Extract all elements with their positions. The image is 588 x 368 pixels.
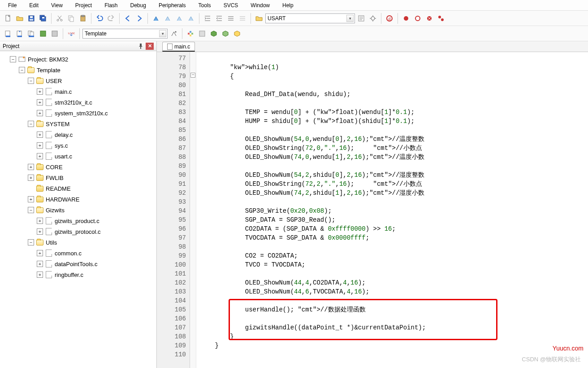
bookmark-clear-button[interactable] bbox=[186, 13, 196, 24]
pin-icon[interactable] bbox=[137, 43, 145, 50]
menu-window[interactable]: Window bbox=[244, 1, 276, 9]
bookmark-next-button[interactable] bbox=[174, 13, 185, 24]
breakpoint-disable-button[interactable] bbox=[412, 13, 423, 24]
tree-node-utils[interactable]: −Utils bbox=[2, 237, 155, 248]
fold-gutter: − bbox=[190, 52, 196, 368]
svg-rect-10 bbox=[70, 17, 74, 22]
tree-label: CORE bbox=[46, 164, 63, 171]
target-options-button[interactable] bbox=[169, 28, 179, 39]
pack-green-button[interactable] bbox=[220, 28, 231, 39]
target-select[interactable]: USART ▾ bbox=[265, 13, 355, 23]
svg-rect-12 bbox=[82, 15, 84, 17]
menu-view[interactable]: View bbox=[45, 1, 69, 9]
tree-node-system[interactable]: −SYSTEM bbox=[2, 118, 155, 129]
menu-flash[interactable]: Flash bbox=[98, 1, 124, 9]
select-packs-button[interactable] bbox=[197, 28, 208, 39]
editor-tab-main[interactable]: main.c bbox=[162, 42, 195, 52]
comment-button[interactable] bbox=[225, 13, 236, 24]
outdent-button[interactable] bbox=[214, 13, 225, 24]
menu-file[interactable]: File bbox=[2, 1, 23, 9]
undo-button[interactable] bbox=[94, 13, 105, 24]
tree-node-core[interactable]: +CORE bbox=[2, 162, 155, 172]
manage-rte-button[interactable] bbox=[185, 28, 196, 39]
nav-back-button[interactable] bbox=[122, 13, 133, 24]
save-all-button[interactable] bbox=[38, 13, 48, 24]
uncomment-button[interactable] bbox=[237, 13, 248, 24]
indent-button[interactable] bbox=[202, 13, 213, 24]
code-content[interactable]: "kw">while(1) { Read_DHT_Data(wendu, shi… bbox=[196, 52, 588, 368]
debug-start-button[interactable]: d bbox=[384, 13, 395, 24]
tree-file[interactable]: +usart.c bbox=[2, 151, 155, 162]
copy-button[interactable] bbox=[66, 13, 77, 24]
tree-file[interactable]: +stm32f10x_it.c bbox=[2, 97, 155, 108]
open-file-button[interactable] bbox=[14, 13, 25, 24]
menu-svcs[interactable]: SVCS bbox=[217, 1, 245, 9]
tree-node-readme[interactable]: README bbox=[2, 183, 155, 194]
pack-gold-button[interactable] bbox=[232, 28, 242, 39]
tree-file[interactable]: +ringbuffer.c bbox=[2, 269, 155, 280]
tree-node-template[interactable]: −Template bbox=[2, 65, 155, 75]
close-icon[interactable]: ✕ bbox=[146, 43, 154, 50]
folder-icon bbox=[36, 77, 44, 85]
tree-file[interactable]: +dataPointTools.c bbox=[2, 258, 155, 269]
find-button[interactable] bbox=[254, 13, 264, 24]
tree-file[interactable]: +main.c bbox=[2, 86, 155, 97]
tree-node-gizwits[interactable]: −Gizwits bbox=[2, 205, 155, 215]
svg-rect-23 bbox=[17, 31, 22, 36]
breakpoint-kill-button[interactable] bbox=[424, 13, 435, 24]
menu-peripherals[interactable]: Peripherals bbox=[152, 1, 192, 9]
new-file-button[interactable] bbox=[3, 13, 13, 24]
redo-button[interactable] bbox=[106, 13, 117, 24]
target-select-value: USART bbox=[268, 15, 285, 22]
menu-tools[interactable]: Tools bbox=[192, 1, 217, 9]
menu-edit[interactable]: Edit bbox=[23, 1, 45, 9]
tree-label: Utils bbox=[46, 239, 57, 246]
cfile-icon bbox=[45, 249, 53, 257]
svg-rect-30 bbox=[188, 33, 190, 35]
tree-node-hardware[interactable]: +HARDWARE bbox=[2, 194, 155, 205]
tree-file[interactable]: +delay.c bbox=[2, 129, 155, 140]
stop-build-button[interactable] bbox=[49, 28, 60, 39]
fold-collapse-icon[interactable]: − bbox=[190, 73, 195, 78]
tree-label: Template bbox=[37, 67, 61, 74]
code-editor[interactable]: 7778798081828384858687888990919293949596… bbox=[157, 52, 588, 368]
menu-debug[interactable]: Debug bbox=[124, 1, 152, 9]
bookmark-prev-button[interactable] bbox=[162, 13, 173, 24]
save-button[interactable] bbox=[26, 13, 37, 24]
folder-icon bbox=[36, 238, 44, 246]
folder-icon bbox=[36, 174, 44, 182]
nav-forward-button[interactable] bbox=[134, 13, 145, 24]
cfile-icon bbox=[45, 131, 53, 139]
translate-button[interactable] bbox=[3, 28, 13, 39]
configure-button[interactable] bbox=[368, 13, 378, 24]
tree-file[interactable]: +gizwits_protocol.c bbox=[2, 226, 155, 237]
options-button[interactable] bbox=[356, 13, 367, 24]
breakpoint-window-button[interactable] bbox=[436, 13, 446, 24]
tree-file[interactable]: +common.c bbox=[2, 248, 155, 258]
tree-file[interactable]: +system_stm32f10x.c bbox=[2, 108, 155, 118]
folder-icon bbox=[36, 184, 44, 193]
bookmark-toggle-button[interactable] bbox=[151, 13, 161, 24]
tree-node-fwlib[interactable]: +FWLIB bbox=[2, 172, 155, 183]
svg-point-17 bbox=[404, 16, 408, 21]
tree-root[interactable]: −Project: BKM32 bbox=[2, 54, 155, 65]
tree-label: main.c bbox=[55, 88, 72, 95]
menu-help[interactable]: Help bbox=[276, 1, 300, 9]
project-pane-title-bar: Project ✕ bbox=[0, 41, 156, 51]
toolbar-separator bbox=[251, 13, 251, 24]
svg-rect-32 bbox=[191, 33, 193, 35]
pack-installer-button[interactable] bbox=[208, 28, 219, 39]
batch-build-button[interactable] bbox=[38, 28, 48, 39]
cut-button[interactable] bbox=[54, 13, 65, 24]
build-button[interactable] bbox=[14, 28, 25, 39]
tree-file[interactable]: +sys.c bbox=[2, 140, 155, 151]
menu-project[interactable]: Project bbox=[69, 1, 98, 9]
tree-file[interactable]: +gizwits_product.c bbox=[2, 215, 155, 226]
rebuild-button[interactable] bbox=[26, 28, 37, 39]
config-select[interactable]: Template ▾ bbox=[82, 29, 168, 39]
project-tree[interactable]: −Project: BKM32 −Template −USER +main.c … bbox=[0, 51, 156, 368]
paste-button[interactable] bbox=[78, 13, 88, 24]
tree-node-user[interactable]: −USER bbox=[2, 75, 155, 86]
download-button[interactable]: LOAD bbox=[66, 28, 77, 39]
breakpoint-insert-button[interactable] bbox=[401, 13, 411, 24]
